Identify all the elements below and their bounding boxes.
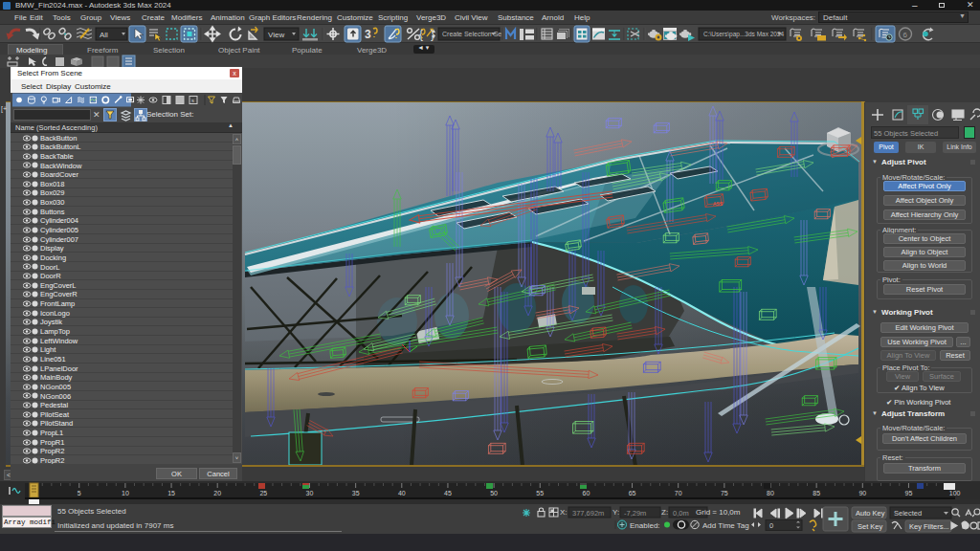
svg-text:Grid = 10,0m: Grid = 10,0m xyxy=(696,508,741,517)
svg-text:}: } xyxy=(431,28,434,41)
svg-text:0: 0 xyxy=(769,521,773,530)
svg-text:377,692m: 377,692m xyxy=(572,509,604,518)
svg-text:6: 6 xyxy=(903,31,908,39)
svg-text:30: 30 xyxy=(306,490,314,496)
svg-text:Key Filters...: Key Filters... xyxy=(909,522,949,531)
svg-text:50: 50 xyxy=(490,490,498,496)
svg-text:Y:: Y: xyxy=(612,508,619,517)
svg-text:0,0m: 0,0m xyxy=(673,509,689,518)
svg-text:s: s xyxy=(191,98,194,103)
svg-text:ASS: ASS xyxy=(713,201,724,207)
svg-text:100: 100 xyxy=(949,490,961,496)
svg-text:55: 55 xyxy=(536,490,544,496)
svg-text:95: 95 xyxy=(905,490,913,496)
svg-text:X:: X: xyxy=(560,508,568,517)
svg-text:90: 90 xyxy=(858,490,866,496)
svg-text:3: 3 xyxy=(365,28,371,41)
svg-text:5: 5 xyxy=(78,490,81,496)
svg-text:35: 35 xyxy=(352,490,360,496)
svg-text:15: 15 xyxy=(167,490,175,496)
svg-text:All: All xyxy=(100,31,108,39)
svg-text:45: 45 xyxy=(444,490,452,496)
svg-text:View: View xyxy=(268,31,284,39)
svg-text:60: 60 xyxy=(583,490,590,496)
svg-text:20: 20 xyxy=(213,490,221,496)
svg-text:Selected: Selected xyxy=(894,509,922,518)
svg-text:75: 75 xyxy=(721,490,728,496)
svg-text:Auto Key: Auto Key xyxy=(856,509,885,518)
svg-text:25: 25 xyxy=(259,490,267,496)
svg-text:80: 80 xyxy=(767,490,774,496)
svg-text:70: 70 xyxy=(675,490,682,496)
svg-text:Add Time Tag: Add Time Tag xyxy=(702,521,749,530)
svg-text:10: 10 xyxy=(122,490,129,496)
svg-text:{: { xyxy=(419,28,423,41)
svg-text:-7,29m: -7,29m xyxy=(624,509,646,518)
svg-text:85: 85 xyxy=(813,490,820,496)
svg-text:Enabled:: Enabled: xyxy=(630,521,660,530)
svg-text:C:\Users\pap...3ds Max 2024: C:\Users\pap...3ds Max 2024 xyxy=(703,31,785,38)
svg-text:40: 40 xyxy=(398,490,406,496)
svg-text:Z:: Z: xyxy=(661,508,668,517)
svg-text:65: 65 xyxy=(629,490,636,496)
svg-text:Set Key: Set Key xyxy=(858,522,883,531)
